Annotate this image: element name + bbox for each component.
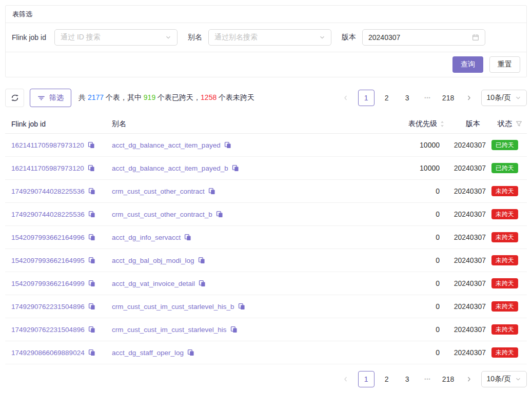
pagination-page-218[interactable]: 218 <box>440 371 457 387</box>
chevron-down-icon <box>515 376 521 382</box>
copy-icon[interactable] <box>198 257 205 264</box>
refresh-button[interactable] <box>5 89 24 107</box>
alias-link[interactable]: acct_dg_staff_oper_log <box>112 349 184 357</box>
copy-icon[interactable] <box>187 349 194 356</box>
flink-job-id-link[interactable]: 1542097993662164999 <box>11 280 85 287</box>
version-value: 20240307 <box>454 302 486 311</box>
status-badge: 未跨天 <box>491 347 518 358</box>
priority-value: 0 <box>436 256 440 264</box>
chevron-down-icon <box>319 34 325 40</box>
page-size-label: 10条/页 <box>487 93 511 102</box>
alias-link[interactable]: acct_dg_info_servacct <box>112 234 181 241</box>
sorter-icon[interactable] <box>440 120 445 128</box>
copy-icon[interactable] <box>88 234 95 241</box>
page-size-select[interactable]: 10条/页 <box>481 371 527 387</box>
column-filter-icon[interactable] <box>516 120 522 127</box>
copy-icon[interactable] <box>88 349 95 356</box>
filter-card: 表筛选 Flink job id 通过 ID 搜索 别名 通过别名搜索 版本 2… <box>5 5 527 77</box>
column-header-alias: 别名 <box>106 119 373 129</box>
version-value: 20240307 <box>454 210 486 218</box>
copy-icon[interactable] <box>88 211 95 218</box>
priority-value: 0 <box>436 233 440 241</box>
chevron-down-icon <box>165 34 171 40</box>
table-header-row: Flink job id 别名 表优先级 版本 状态 <box>5 114 527 134</box>
pagination-page-1[interactable]: 1 <box>358 90 375 106</box>
copy-icon[interactable] <box>88 257 95 264</box>
version-value: 20240307 <box>454 164 486 172</box>
alias-link[interactable]: acct_dg_bal_obj_modi_log <box>112 257 194 264</box>
data-table: Flink job id 别名 表优先级 版本 状态 1621411705987… <box>5 114 527 364</box>
table-body: 1621411705987973120 acct_dg_balance_acct… <box>5 134 527 364</box>
table-row: 1621411705987973120 acct_dg_balance_acct… <box>5 157 527 180</box>
pagination-top: 123•••21810条/页 <box>338 90 527 106</box>
alias-link[interactable]: acct_dg_balance_acct_item_payed_b <box>112 164 228 172</box>
status-badge: 未跨天 <box>491 255 518 265</box>
version-value: 20240307 <box>454 233 486 241</box>
flink-job-id-link[interactable]: 1542097993662164995 <box>11 257 85 264</box>
copy-icon[interactable] <box>88 280 95 287</box>
pagination-next-button[interactable] <box>461 90 477 106</box>
copy-icon[interactable] <box>238 303 245 310</box>
column-header-priority[interactable]: 表优先级 <box>373 119 445 129</box>
stats-total-count: 2177 <box>88 93 104 101</box>
flink-job-id-link[interactable]: 1749290744028225536 <box>11 188 85 195</box>
copy-icon[interactable] <box>88 164 95 172</box>
pagination-ellipsis[interactable]: ••• <box>420 90 436 106</box>
copy-icon[interactable] <box>184 234 191 241</box>
priority-value: 0 <box>436 302 440 311</box>
pagination-page-1[interactable]: 1 <box>358 371 375 387</box>
copy-icon[interactable] <box>88 141 95 149</box>
alias-link[interactable]: crm_cust_cust_other_contract <box>112 188 205 195</box>
version-date-input[interactable]: 20240307 <box>362 29 485 46</box>
pagination-prev-button[interactable] <box>338 371 354 387</box>
pagination-page-3[interactable]: 3 <box>399 371 416 387</box>
copy-icon[interactable] <box>208 188 215 195</box>
flink-job-id-select[interactable]: 通过 ID 搜索 <box>54 29 178 46</box>
filter-form-row: Flink job id 通过 ID 搜索 别名 通过别名搜索 版本 20240… <box>6 23 526 52</box>
copy-icon[interactable] <box>199 280 206 287</box>
pagination-page-3[interactable]: 3 <box>399 90 416 106</box>
alias-link[interactable]: crm_cust_cust_im_cust_starlevel_his_b <box>112 303 234 311</box>
flink-job-id-link[interactable]: 1542097993662164996 <box>11 234 85 241</box>
flink-job-id-link[interactable]: 1621411705987973120 <box>11 164 84 172</box>
copy-icon[interactable] <box>88 303 95 310</box>
column-header-status[interactable]: 状态 <box>491 119 527 129</box>
pagination-next-button[interactable] <box>461 371 477 387</box>
page-size-select[interactable]: 10条/页 <box>481 90 527 106</box>
pagination-page-2[interactable]: 2 <box>379 90 395 106</box>
status-badge: 已跨天 <box>491 140 518 150</box>
alias-link[interactable]: acct_dg_balance_acct_item_payed <box>112 141 221 149</box>
filter-button[interactable]: 筛选 <box>30 89 71 107</box>
copy-icon[interactable] <box>232 164 239 172</box>
priority-value: 0 <box>436 210 440 218</box>
alias-link[interactable]: crm_cust_cust_im_cust_starlevel_his <box>112 326 227 334</box>
copy-icon[interactable] <box>230 326 238 333</box>
alias-select[interactable]: 通过别名搜索 <box>208 29 331 46</box>
alias-link[interactable]: crm_cust_cust_other_contract_b <box>112 211 212 218</box>
query-button[interactable]: 查询 <box>452 56 483 73</box>
table-row: 1542097993662164995 acct_dg_bal_obj_modi… <box>5 249 527 272</box>
copy-icon[interactable] <box>88 188 95 195</box>
pagination-prev-button[interactable] <box>338 90 354 106</box>
version-value: 20240307 <box>454 256 486 264</box>
copy-icon[interactable] <box>224 141 231 149</box>
pagination-page-218[interactable]: 218 <box>440 90 457 106</box>
flink-job-id-link[interactable]: 1749290866069889024 <box>11 349 85 357</box>
page-size-label: 10条/页 <box>487 375 511 384</box>
pagination-page-2[interactable]: 2 <box>379 371 395 387</box>
version-value: 20240307 <box>454 187 486 195</box>
flink-job-id-link[interactable]: 1621411705987973120 <box>11 141 84 149</box>
copy-icon[interactable] <box>88 326 95 333</box>
pagination-ellipsis[interactable]: ••• <box>420 371 436 387</box>
reset-button[interactable]: 重置 <box>489 56 520 73</box>
flink-job-id-link[interactable]: 1749290762231504896 <box>11 303 85 311</box>
calendar-icon <box>472 34 479 41</box>
copy-icon[interactable] <box>216 211 223 218</box>
table-row: 1542097993662164996 acct_dg_info_servacc… <box>5 226 527 249</box>
filter-actions-row: 查询 重置 <box>6 52 526 77</box>
flink-job-id-link[interactable]: 1749290744028225536 <box>11 211 85 218</box>
flink-job-id-link[interactable]: 1749290762231504896 <box>11 326 85 334</box>
alias-link[interactable]: acct_dg_vat_invoice_detail <box>112 280 195 287</box>
pagination-bottom-wrap: 123•••21810条/页 <box>0 371 527 387</box>
filter-card-title: 表筛选 <box>6 6 526 23</box>
